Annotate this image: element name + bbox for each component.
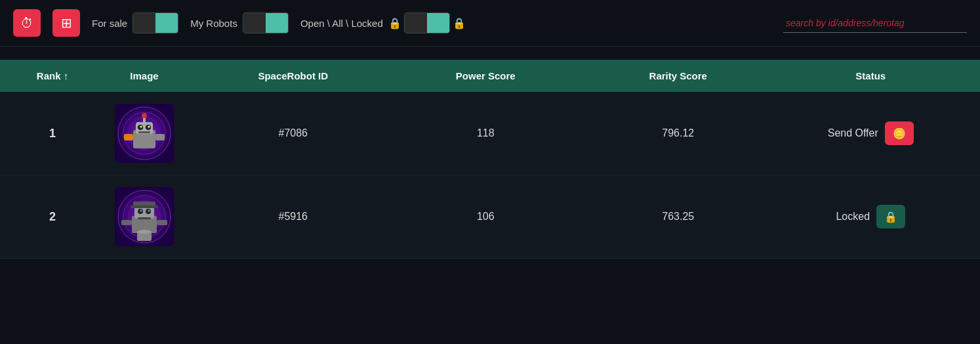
open-all-locked-label: Open \ All \ Locked [300,18,383,29]
robot-svg-1 [115,104,174,163]
forsale-label: For sale [92,18,127,29]
myrobots-toggle-off[interactable] [243,13,266,33]
robots-table: Rank ↑ Image SpaceRobot ID Power Score R… [0,60,980,259]
robot-image-1 [115,104,174,163]
col-status: Status [775,70,968,81]
send-offer-button[interactable]: 🪙 [885,121,914,145]
svg-point-8 [140,126,142,128]
forsale-toggle-on[interactable] [155,13,178,33]
locked-button[interactable]: 🔒 [876,205,905,228]
lock-left-icon: 🔒 [388,17,401,30]
svg-rect-10 [138,131,150,133]
status-text: Locked [836,211,870,223]
myrobots-filter: My Robots [190,12,289,33]
grid-icon-button[interactable]: ⊞ [52,9,80,37]
col-spacerobot-id[interactable]: SpaceRobot ID [197,70,390,81]
col-image: Image [92,70,197,81]
rarity-score-cell: 796.12 [582,127,775,139]
svg-rect-12 [155,134,165,140]
timer-icon-button[interactable]: ⏱ [13,9,41,37]
svg-point-9 [148,126,150,128]
power-score-cell: 118 [390,127,582,139]
status-cell: Locked 🔒 [775,205,968,228]
open-all-locked-filter: Open \ All \ Locked 🔒 🔒 [300,12,466,33]
col-rarity-score[interactable]: Rarity Score [582,70,775,81]
col-power-score[interactable]: Power Score [390,70,582,81]
table-header: Rank ↑ Image SpaceRobot ID Power Score R… [0,60,980,92]
lock-toggle-off[interactable] [405,13,427,33]
forsale-toggle-off[interactable] [133,13,155,33]
status-cell: Send Offer 🪙 [775,121,968,145]
svg-rect-28 [121,220,132,225]
rarity-score-cell: 763.25 [582,211,775,223]
forsale-toggle[interactable] [133,12,178,33]
robot-svg-2 [115,187,174,246]
svg-rect-26 [131,205,158,208]
svg-point-31 [137,230,152,234]
table-row: 1 [0,92,980,175]
forsale-filter: For sale [92,12,178,33]
table-row: 2 [0,175,980,259]
power-score-cell: 106 [390,211,582,223]
image-cell [92,104,197,163]
lock-right-icon: 🔒 [453,17,466,30]
status-text: Send Offer [828,127,878,139]
spacerobot-id-cell: #7086 [197,127,390,139]
svg-rect-29 [157,220,167,225]
svg-rect-27 [138,217,151,219]
myrobots-toggle-on[interactable] [266,13,288,33]
myrobots-toggle[interactable] [243,12,289,33]
search-input[interactable] [783,14,967,33]
lock-toggle-group: 🔒 🔒 [388,12,466,33]
rank-cell: 2 [13,210,92,224]
col-rank[interactable]: Rank ↑ [13,70,92,81]
lock-toggle-on[interactable] [427,13,449,33]
rank-cell: 1 [13,127,92,140]
toolbar: ⏱ ⊞ For sale My Robots Open \ All \ Lock… [0,0,980,47]
svg-point-14 [142,113,147,118]
svg-rect-11 [124,134,133,140]
svg-point-24 [148,210,150,212]
myrobots-label: My Robots [190,18,237,29]
robot-image-2 [115,187,174,246]
svg-point-23 [140,210,142,212]
spacerobot-id-cell: #5916 [197,211,390,223]
image-cell [92,187,197,246]
lock-toggle[interactable] [404,12,450,33]
